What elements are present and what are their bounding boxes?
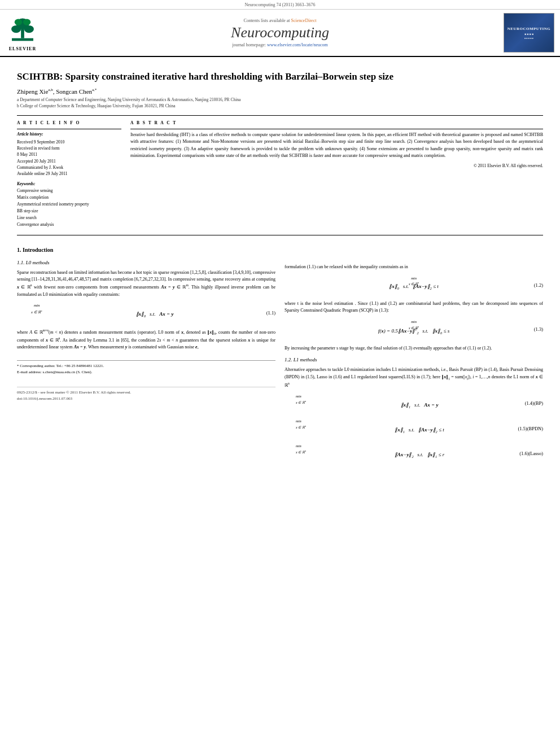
equation-1-1: min x ∈ ℝn ‖x‖0 s.t. Ax = y (1.1) xyxy=(17,303,275,324)
affiliations: a Department of Computer Science and Eng… xyxy=(17,97,543,110)
received-revised: Received in revised form xyxy=(17,145,121,151)
svg-point-3 xyxy=(11,25,21,33)
equation-1-4: min x ∈ ℝn ‖x‖1 s.t. Ax = y (1.4)(BP) xyxy=(285,394,543,414)
eq12-formula: min x ∈ ℝn ‖x‖0 s.t. ‖Ax−y‖2 ≤ t xyxy=(285,276,543,296)
right-intro-text: formulation (1.1) can be relaxed with th… xyxy=(285,264,543,270)
doi-line: doi:10.1016/j.neucom.2011.07.003 xyxy=(17,396,275,402)
body-para3: By increasing the parameter s stage by s… xyxy=(285,345,543,352)
communicated-by: Communicated by J. Kwok xyxy=(17,164,121,171)
history-label: Article history: xyxy=(17,132,121,137)
copyright: © 2011 Elsevier B.V. All rights reserved… xyxy=(130,163,543,169)
footer-bottom: 0925-2312/$ - see front matter © 2011 El… xyxy=(17,387,275,402)
homepage-link[interactable]: www.elsevier.com/locate/neucom xyxy=(267,42,328,47)
eq11-number: (1.1) xyxy=(266,309,275,317)
keyword-5: Line search xyxy=(17,215,121,221)
author2-name: , Songcan Chen xyxy=(53,88,92,95)
revised-date: 8 May 2011 xyxy=(17,151,121,158)
svg-point-5 xyxy=(15,19,22,25)
info-abstract-columns: A R T I C L E I N F O Article history: R… xyxy=(17,120,543,229)
elsevier-logo: ELSEVIER xyxy=(6,14,40,51)
body-left-col: 1. Introduction 1.1. L0 methods Sparse r… xyxy=(17,240,275,468)
eq14-formula: min x ∈ ℝn ‖x‖1 s.t. Ax = y xyxy=(285,394,543,414)
eq11-formula: min x ∈ ℝn ‖x‖0 s.t. Ax = y xyxy=(17,303,275,324)
footnote-star: * Corresponding author. Tel.: +86 25 848… xyxy=(17,363,275,369)
subsec2-title: 1.2. L1 methods xyxy=(285,356,543,364)
keyword-2: Matrix completion xyxy=(17,194,121,201)
eq14-number: (1.4)(BP) xyxy=(525,400,543,407)
eq12-desc-text: where t is the noise level estimation . … xyxy=(285,300,543,314)
main-content: SCIHTBB: Sparsity constrained iterative … xyxy=(0,57,560,474)
keyword-1: Compressive sensing xyxy=(17,187,121,194)
neurocomputing-badge: NEUROCOMPUTING ■ ■ ■ ■ ■ ■ ■ ■ ■ xyxy=(504,13,554,53)
body-para4: Alternative approaches to tackle L0 mini… xyxy=(285,366,543,389)
authors-line: Zhipeng Xiea,b, Songcan Chena,* xyxy=(17,88,543,95)
affil-a: a Department of Computer Science and Eng… xyxy=(17,97,543,103)
received-date: Received 9 September 2010 xyxy=(17,139,121,145)
body-right-col: formulation (1.1) can be relaxed with th… xyxy=(285,240,543,468)
author1-sup: a,b xyxy=(48,88,53,92)
accepted-date: Accepted 20 July 2011 xyxy=(17,158,121,164)
abstract-content: Iterative hard thresholding (IHT) is a c… xyxy=(130,132,543,158)
body-divider xyxy=(17,235,543,235)
equation-1-2: min x ∈ ℝn ‖x‖0 s.t. ‖Ax−y‖2 ≤ t (1.2) xyxy=(285,276,543,296)
eq13-formula: min x ∈ ℝn f(x) = 0.5‖Ax−y‖22 s.t. ‖x‖0 … xyxy=(285,319,543,340)
article-info-column: A R T I C L E I N F O Article history: R… xyxy=(17,120,121,229)
author1-name: Zhipeng Xie xyxy=(17,88,48,95)
affil-b: b College of Computer Science & Technolo… xyxy=(17,103,543,110)
equation-1-6: min x ∈ ℝn ‖Ax−y‖2 s.t. ‖x‖1 ≤ r (1.6)(L… xyxy=(285,443,543,464)
header-center: Contents lists available at ScienceDirec… xyxy=(68,18,492,47)
citation-bar: Neurocomputing 74 (2011) 3663–3676 xyxy=(0,0,560,10)
citation-text: Neurocomputing 74 (2011) 3663–3676 xyxy=(244,2,315,7)
svg-rect-0 xyxy=(12,38,33,41)
eq16-formula: min x ∈ ℝn ‖Ax−y‖2 s.t. ‖x‖1 ≤ r xyxy=(285,443,543,464)
neurocomputing-badge-section: NEUROCOMPUTING ■ ■ ■ ■ ■ ■ ■ ■ ■ xyxy=(492,13,554,53)
issn-line: 0925-2312/$ - see front matter © 2011 El… xyxy=(17,390,275,396)
journal-header: ELSEVIER Contents lists available at Sci… xyxy=(0,10,560,57)
abstract-text: Iterative hard thresholding (IHT) is a c… xyxy=(130,129,543,169)
equation-1-3: min x ∈ ℝn f(x) = 0.5‖Ax−y‖22 s.t. ‖x‖0 … xyxy=(285,319,543,340)
svg-point-6 xyxy=(23,19,30,25)
author2-sup: a,* xyxy=(92,88,97,92)
eq12-number: (1.2) xyxy=(534,282,543,289)
abstract-heading: A B S T R A C T xyxy=(130,120,543,125)
journal-homepage: journal homepage: www.elsevier.com/locat… xyxy=(68,42,492,47)
body-columns: 1. Introduction 1.1. L0 methods Sparse r… xyxy=(17,240,543,468)
svg-point-4 xyxy=(24,25,34,33)
article-info-block: Article history: Received 9 September 20… xyxy=(17,129,121,229)
subsec1-title: 1.1. L0 methods xyxy=(17,259,275,267)
eq15-formula: min x ∈ ℝn ‖x‖1 s.t. ‖Ax−y‖2 ≤ t xyxy=(285,418,543,439)
elsevier-tree-icon xyxy=(6,14,40,45)
keyword-4: BB step size xyxy=(17,208,121,215)
sciencedirect-link[interactable]: ScienceDirect xyxy=(291,18,317,23)
eq15-number: (1.5)(BPDN) xyxy=(518,425,543,433)
section-divider xyxy=(17,115,543,116)
keywords-heading: Keywords: xyxy=(17,181,121,186)
contents-available: Contents lists available at ScienceDirec… xyxy=(68,18,492,23)
abstract-column: A B S T R A C T Iterative hard threshold… xyxy=(130,120,543,229)
equation-1-5: min x ∈ ℝn ‖x‖1 s.t. ‖Ax−y‖2 ≤ t (1.5)(B… xyxy=(285,418,543,439)
body-para1: Sparse reconstruction based on limited i… xyxy=(17,269,275,298)
elsevier-logo-section: ELSEVIER xyxy=(6,14,68,51)
section1-title: 1. Introduction xyxy=(17,246,275,255)
article-info-heading: A R T I C L E I N F O xyxy=(17,120,121,125)
elsevier-label: ELSEVIER xyxy=(9,46,36,51)
keyword-3: Asymmetrical restricted isometry propert… xyxy=(17,201,121,208)
journal-name: Neurocomputing xyxy=(68,24,492,41)
footer-notes: * Corresponding author. Tel.: +86 25 848… xyxy=(17,360,275,375)
eq16-number: (1.6)(Lasso) xyxy=(519,450,543,457)
eq13-number: (1.3) xyxy=(534,326,543,333)
article-title: SCIHTBB: Sparsity constrained iterative … xyxy=(17,71,543,83)
body-para2: where A ∈ ℝm×n(m < n) denotes a random m… xyxy=(17,328,275,351)
available-online: Available online 29 July 2011 xyxy=(17,171,121,177)
keyword-6: Convergence analysis xyxy=(17,221,121,228)
footnote-email: E-mail address: s.chen@nuaa.edu.cn (S. C… xyxy=(17,369,275,375)
